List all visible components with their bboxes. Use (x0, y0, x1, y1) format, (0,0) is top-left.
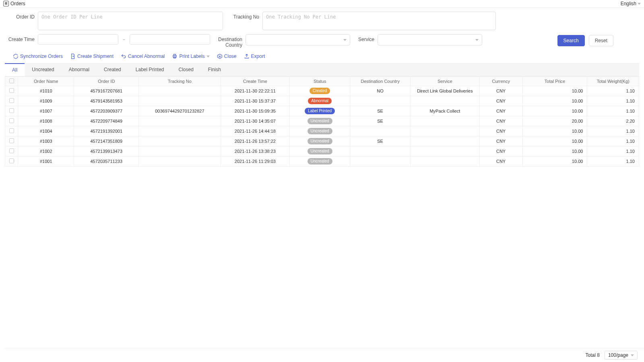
row-checkbox[interactable] (9, 98, 14, 103)
svg-rect-2 (174, 57, 176, 58)
search-button[interactable]: Search (557, 35, 585, 46)
order-id-label: Order ID (6, 12, 35, 20)
column-header: Tracking No (139, 77, 221, 86)
dest-country-label: Destination Country (218, 34, 242, 48)
column-header: Order ID (74, 77, 139, 86)
create-time-to[interactable] (130, 34, 210, 45)
status-badge: Uncreated (308, 138, 332, 144)
tab-finish[interactable]: Finish (201, 64, 228, 76)
create-time-label: Create Time (6, 34, 35, 42)
table-row[interactable]: #100245721399134732021-11-26 13:38:23Unc… (5, 146, 639, 156)
page-title: Orders (10, 1, 25, 6)
row-checkbox[interactable] (9, 148, 14, 153)
refresh-icon (13, 53, 19, 59)
order-id-input[interactable] (38, 12, 223, 30)
service-select[interactable] (378, 34, 482, 45)
column-header: Total Price (522, 77, 587, 86)
box-x-icon (217, 53, 223, 59)
row-checkbox[interactable] (9, 138, 14, 143)
chevron-down-icon (475, 39, 479, 41)
row-checkbox[interactable] (9, 158, 14, 163)
undo-icon (121, 53, 126, 59)
dest-country-select[interactable] (246, 34, 350, 45)
table-row[interactable]: #100345721473518092021-11-26 13:57:22Unc… (5, 136, 639, 146)
status-badge: Uncreated (308, 148, 332, 154)
column-header: Create Time (221, 77, 289, 86)
table-row[interactable]: #100745722039093770036974429270123282720… (5, 106, 639, 116)
chevron-down-icon (206, 56, 210, 58)
column-header: Status (290, 77, 350, 86)
sync-orders-button[interactable]: Synchronize Orders (13, 53, 63, 59)
column-header: Total Weight(Kg) (587, 77, 639, 86)
tab-closed[interactable]: Closed (171, 64, 201, 76)
clipboard-icon (3, 1, 9, 6)
printer-icon (172, 53, 178, 59)
select-all-checkbox[interactable] (9, 78, 14, 83)
status-badge: Abnormal (308, 98, 332, 104)
row-checkbox[interactable] (9, 108, 14, 113)
document-plus-icon (70, 53, 76, 59)
tab-abnormal[interactable]: Abnormal (62, 64, 97, 76)
export-icon (244, 53, 250, 59)
status-badge: Label Printed (305, 108, 335, 114)
export-button[interactable]: Export (244, 53, 265, 59)
column-header: Service (411, 77, 479, 86)
status-badge: Uncreated (308, 158, 332, 165)
chevron-down-icon (343, 39, 347, 41)
close-button[interactable]: Close (217, 53, 237, 59)
svg-rect-1 (174, 54, 176, 56)
table-row[interactable]: #100845722097748492021-11-30 14:35:07Unc… (5, 116, 639, 126)
column-header (5, 77, 18, 86)
table-row[interactable]: #101045791672076812021-11-30 22:22:11Cre… (5, 86, 639, 96)
reset-button[interactable]: Reset (589, 35, 613, 46)
status-badge: Created (310, 88, 330, 94)
chevron-down-icon (638, 3, 641, 5)
service-label: Service (358, 34, 374, 42)
create-time-from[interactable] (38, 34, 118, 45)
orders-table: Order NameOrder IDTracking NoCreate Time… (5, 76, 639, 167)
status-tabs: AllUncreatedAbnormalCreatedLabel Printed… (5, 63, 639, 76)
toolbar: Synchronize Orders Create Shipment Cance… (6, 52, 638, 63)
create-shipment-button[interactable]: Create Shipment (70, 53, 114, 59)
column-header: Destination Country (350, 77, 411, 86)
column-header: Currency (479, 77, 522, 86)
row-checkbox[interactable] (9, 118, 14, 123)
language-switcher[interactable]: English (621, 1, 641, 6)
tab-uncreated[interactable]: Uncreated (25, 64, 61, 76)
cancel-abnormal-button[interactable]: Cancel Abnormal (121, 53, 165, 59)
table-row[interactable]: #100445721913920012021-11-26 14:44:18Unc… (5, 126, 639, 136)
status-badge: Uncreated (308, 128, 332, 134)
tab-label-printed[interactable]: Label Printed (128, 64, 171, 76)
tab-all[interactable]: All (5, 63, 25, 76)
status-badge: Uncreated (308, 118, 332, 124)
tracking-no-label: Tracking No (231, 12, 259, 20)
print-labels-button[interactable]: Print Labels (172, 53, 209, 59)
row-checkbox[interactable] (9, 128, 14, 133)
tracking-no-input[interactable] (262, 12, 496, 30)
column-header: Order Name (18, 77, 74, 86)
table-row[interactable]: #100145720357112332021-11-26 11:29:03Unc… (5, 156, 639, 167)
tab-created[interactable]: Created (97, 64, 128, 76)
row-checkbox[interactable] (9, 88, 14, 93)
table-row[interactable]: #100945791435819532021-11-30 15:37:37Abn… (5, 96, 639, 106)
